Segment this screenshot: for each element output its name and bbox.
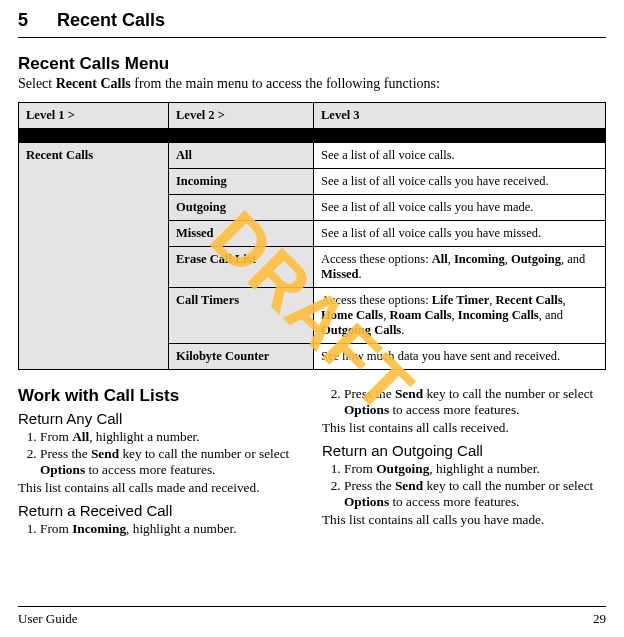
cell-level1: Recent Calls bbox=[19, 143, 169, 370]
footer-page-number: 29 bbox=[593, 611, 606, 627]
step: Press the Send key to call the number or… bbox=[344, 478, 606, 510]
cell-level3: See how much data you have sent and rece… bbox=[314, 344, 606, 370]
steps-received-cont: Press the Send key to call the number or… bbox=[322, 386, 606, 418]
note-outgoing: This list contains all calls you have ma… bbox=[322, 512, 606, 528]
step: From Outgoing, highlight a number. bbox=[344, 461, 606, 477]
intro-post: from the main menu to access the followi… bbox=[131, 76, 440, 91]
th-level-1: Level 1 > bbox=[19, 103, 169, 129]
header-separator bbox=[19, 129, 606, 143]
th-level-3: Level 3 bbox=[314, 103, 606, 129]
subheading-return-received-call: Return a Received Call bbox=[18, 502, 302, 519]
cell-level3: See a list of all voice calls you have m… bbox=[314, 221, 606, 247]
chapter-number: 5 bbox=[18, 10, 52, 31]
page: DRAFT 5 Recent Calls Recent Calls Menu S… bbox=[0, 0, 624, 637]
table-body: Recent Calls All See a list of all voice… bbox=[19, 143, 606, 370]
th-level-2: Level 2 > bbox=[169, 103, 314, 129]
footer-rule bbox=[18, 606, 606, 607]
menu-table: Level 1 > Level 2 > Level 3 Recent Calls… bbox=[18, 102, 606, 370]
subheading-return-outgoing-call: Return an Outgoing Call bbox=[322, 442, 606, 459]
step: Press the Send key to call the number or… bbox=[40, 446, 302, 478]
section-heading-recent-calls-menu: Recent Calls Menu bbox=[18, 54, 606, 74]
cell-level3: See a list of all voice calls you have m… bbox=[314, 195, 606, 221]
cell-level3: See a list of all voice calls you have r… bbox=[314, 169, 606, 195]
cell-level2: Incoming bbox=[169, 169, 314, 195]
two-column-layout: Work with Call Lists Return Any Call Fro… bbox=[18, 386, 606, 539]
section-heading-work-with-call-lists: Work with Call Lists bbox=[18, 386, 302, 406]
cell-level2: Kilobyte Counter bbox=[169, 344, 314, 370]
steps-any: From All, highlight a number. Press the … bbox=[18, 429, 302, 478]
cell-level2: Outgoing bbox=[169, 195, 314, 221]
intro-bold: Recent Calls bbox=[56, 76, 131, 91]
page-footer: User Guide 29 bbox=[18, 606, 606, 627]
chapter-title: Recent Calls bbox=[57, 10, 165, 30]
step: From All, highlight a number. bbox=[40, 429, 302, 445]
cell-level3: See a list of all voice calls. bbox=[314, 143, 606, 169]
step: From Incoming, highlight a number. bbox=[40, 521, 302, 537]
intro-pre: Select bbox=[18, 76, 56, 91]
cell-level2: All bbox=[169, 143, 314, 169]
step: Press the Send key to call the number or… bbox=[344, 386, 606, 418]
cell-level3: Access these options: Life Timer, Recent… bbox=[314, 288, 606, 344]
subheading-return-any-call: Return Any Call bbox=[18, 410, 302, 427]
chapter-heading: 5 Recent Calls bbox=[18, 10, 606, 31]
right-column: Press the Send key to call the number or… bbox=[322, 386, 606, 539]
table-header-row: Level 1 > Level 2 > Level 3 bbox=[19, 103, 606, 129]
intro-paragraph: Select Recent Calls from the main menu t… bbox=[18, 76, 606, 92]
cell-level2: Call Timers bbox=[169, 288, 314, 344]
steps-outgoing: From Outgoing, highlight a number. Press… bbox=[322, 461, 606, 510]
left-column: Work with Call Lists Return Any Call Fro… bbox=[18, 386, 302, 539]
note-any: This list contains all calls made and re… bbox=[18, 480, 302, 496]
cell-level2: Missed bbox=[169, 221, 314, 247]
cell-level3: Access these options: All, Incoming, Out… bbox=[314, 247, 606, 288]
steps-received: From Incoming, highlight a number. bbox=[18, 521, 302, 537]
top-rule bbox=[18, 37, 606, 38]
table-row: Recent Calls All See a list of all voice… bbox=[19, 143, 606, 169]
cell-level2: Erase Call List bbox=[169, 247, 314, 288]
note-received: This list contains all calls received. bbox=[322, 420, 606, 436]
footer-left: User Guide bbox=[18, 611, 78, 627]
